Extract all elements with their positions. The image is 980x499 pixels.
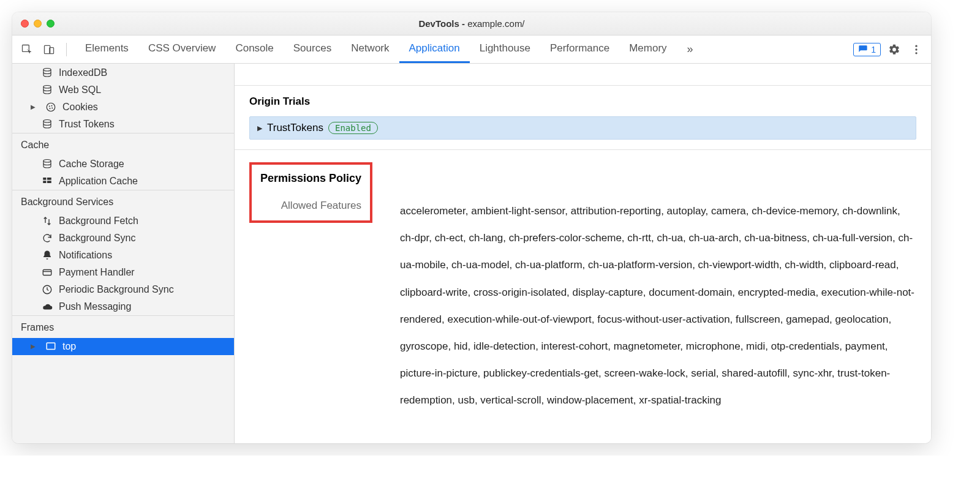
tab-performance[interactable]: Performance — [540, 36, 619, 63]
sidebar-item-background-fetch[interactable]: Background Fetch — [12, 212, 234, 230]
tab-lighthouse[interactable]: Lighthouse — [470, 36, 540, 63]
sidebar-item-label: Cache Storage — [59, 159, 124, 170]
db-icon — [42, 67, 53, 78]
sidebar-item-label: Push Messaging — [59, 301, 131, 312]
trial-name: TrustTokens — [267, 122, 323, 134]
permissions-highlight-box: Permissions Policy Allowed Features — [249, 162, 372, 223]
titlebar: DevTools - example.com/ — [12, 12, 931, 36]
tab-css-overview[interactable]: CSS Overview — [138, 36, 226, 63]
devtools-window: DevTools - example.com/ ElementsCSS Over… — [12, 12, 931, 443]
sidebar-item-background-sync[interactable]: Background Sync — [12, 230, 234, 247]
tab-elements[interactable]: Elements — [75, 36, 138, 63]
card-icon — [42, 267, 53, 278]
sidebar-item-trust-tokens[interactable]: Trust Tokens — [12, 116, 234, 133]
sidebar-item-indexeddb[interactable]: IndexedDB — [12, 64, 234, 81]
tab-sources[interactable]: Sources — [284, 36, 341, 63]
clock-icon — [42, 284, 53, 295]
cookie-icon — [45, 102, 56, 113]
db-icon — [42, 159, 53, 170]
sidebar-item-periodic-background-sync[interactable]: Periodic Background Sync — [12, 281, 234, 298]
issues-count: 1 — [871, 45, 876, 54]
device-toolbar-icon[interactable] — [40, 41, 58, 58]
bell-icon — [42, 250, 53, 261]
sidebar-item-push-messaging[interactable]: Push Messaging — [12, 298, 234, 315]
sidebar-header-frames: Frames — [12, 315, 234, 338]
sidebar-item-label: Web SQL — [59, 84, 101, 96]
sidebar-item-label: Background Sync — [59, 233, 135, 244]
sidebar-header-bg: Background Services — [12, 190, 234, 212]
sidebar-item-cache-storage[interactable]: Cache Storage — [12, 156, 234, 173]
cloud-icon — [42, 301, 53, 312]
sidebar-item-payment-handler[interactable]: Payment Handler — [12, 264, 234, 281]
settings-icon[interactable] — [886, 41, 903, 58]
window-title-url: example.com/ — [467, 18, 524, 29]
sidebar-item-web-sql[interactable]: Web SQL — [12, 81, 234, 99]
permissions-policy-heading: Permissions Policy — [260, 172, 361, 185]
tab-memory[interactable]: Memory — [619, 36, 676, 63]
main-toolbar: ElementsCSS OverviewConsoleSourcesNetwor… — [12, 36, 931, 64]
svg-point-4 — [915, 48, 917, 50]
frame-icon — [45, 341, 56, 352]
window-title: DevTools - example.com/ — [12, 18, 931, 29]
panel-tabs: ElementsCSS OverviewConsoleSourcesNetwor… — [75, 36, 677, 63]
db-icon — [42, 84, 53, 96]
updown-icon — [42, 216, 53, 227]
sidebar-item-label: Trust Tokens — [59, 119, 115, 130]
sidebar-item-label: Periodic Background Sync — [59, 284, 174, 295]
sidebar-item-label: IndexedDB — [59, 67, 107, 78]
application-sidebar: IndexedDBWeb SQLCookiesTrust Tokens Cach… — [12, 64, 235, 443]
sidebar-header-cache: Cache — [12, 133, 234, 156]
issues-badge[interactable]: 1 — [853, 43, 881, 56]
frame-label: top — [62, 341, 76, 352]
sidebar-item-label: Payment Handler — [59, 267, 135, 278]
svg-point-5 — [915, 52, 917, 54]
tab-application[interactable]: Application — [399, 36, 470, 63]
main-panel: Origin Trials TrustTokens Enabled Permis… — [235, 64, 931, 443]
kebab-menu-icon[interactable] — [908, 41, 925, 58]
toolbar-divider — [66, 43, 67, 56]
svg-rect-6 — [47, 343, 55, 350]
frame-top[interactable]: top — [12, 338, 234, 355]
sidebar-item-label: Notifications — [59, 250, 112, 261]
sidebar-item-notifications[interactable]: Notifications — [12, 247, 234, 264]
tab-network[interactable]: Network — [341, 36, 399, 63]
inspect-element-icon[interactable] — [18, 41, 36, 58]
origin-trials-heading: Origin Trials — [249, 96, 916, 108]
window-title-prefix: DevTools - — [418, 18, 467, 29]
sidebar-item-label: Application Cache — [59, 176, 138, 187]
tab-console[interactable]: Console — [225, 36, 283, 63]
more-tabs-button[interactable]: » — [682, 41, 699, 58]
origin-trial-row[interactable]: TrustTokens Enabled — [249, 116, 916, 140]
trial-status-pill: Enabled — [328, 122, 378, 134]
allowed-features-list: accelerometer, ambient-light-sensor, att… — [400, 162, 916, 415]
sidebar-item-label: Background Fetch — [59, 216, 138, 227]
svg-rect-0 — [23, 45, 29, 51]
sidebar-item-application-cache[interactable]: Application Cache — [12, 173, 234, 190]
allowed-features-label: Allowed Features — [260, 200, 361, 212]
svg-point-3 — [915, 45, 917, 47]
grid-icon — [42, 176, 53, 187]
sidebar-item-label: Cookies — [62, 102, 98, 113]
db-icon — [42, 119, 53, 130]
sidebar-item-cookies[interactable]: Cookies — [12, 99, 234, 116]
sync-icon — [42, 233, 53, 244]
